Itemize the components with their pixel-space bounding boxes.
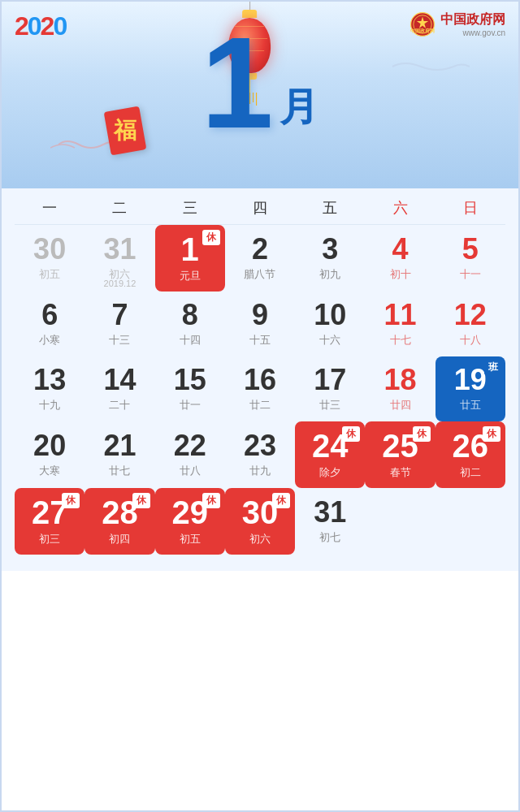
table-row: 13 十九 (15, 356, 84, 421)
table-row: 11 十七 (365, 292, 435, 356)
table-row: 休 30 初六 (225, 488, 295, 555)
table-row: 班 19 廿五 (436, 356, 505, 421)
table-row: 15 廿一 (155, 356, 225, 421)
holiday-badge: 休 (202, 493, 220, 508)
table-row: 3 初九 (295, 225, 365, 292)
table-row: 休 27 初三 (15, 488, 84, 555)
table-row: 31 初六 2019.12 (84, 225, 154, 292)
table-row: 17 廿三 (295, 356, 365, 421)
table-row: 休 29 初五 (155, 488, 225, 555)
table-row: 18 廿四 (365, 356, 435, 421)
fu-tag: 福 (107, 109, 143, 153)
number-1-container: 1 (202, 18, 274, 148)
table-row: 4 初十 (365, 225, 435, 292)
table-row: 31 初七 (295, 488, 365, 555)
day-header-wed: 三 (155, 198, 225, 218)
month-number: 1 (202, 18, 274, 148)
holiday-badge: 休 (202, 230, 220, 245)
table-row: 8 十四 (155, 292, 225, 356)
table-row (365, 488, 435, 555)
holiday-badge: 休 (483, 426, 500, 442)
table-row: 23 廿九 (225, 421, 295, 488)
table-row: 30 初五 (15, 225, 84, 292)
day-headers: 一 二 三 四 五 六 日 (15, 188, 505, 225)
svg-text:中国政府网: 中国政府网 (410, 28, 435, 33)
table-row: 16 廿二 (225, 356, 295, 421)
gov-url: www.gov.cn (440, 28, 505, 37)
holiday-badge: 休 (413, 426, 431, 442)
table-row: 休 25 春节 (365, 421, 435, 488)
table-row: 2 腊八节 (225, 225, 295, 292)
holiday-badge: 休 (342, 426, 360, 442)
table-row: 休 24 除夕 (295, 421, 365, 488)
month-display: 1 月 (202, 18, 319, 148)
calendar-grid: 30 初五 31 初六 2019.12 休 1 元旦 2 腊八节 3 初九 4 … (15, 225, 505, 555)
gov-logo: 中国政府网 中国政府网 www.gov.cn (410, 11, 505, 37)
day-header-tue: 二 (84, 198, 154, 218)
table-row: 21 廿七 (84, 421, 154, 488)
day-header-sat: 六 (365, 198, 435, 218)
table-row: 10 十六 (295, 292, 365, 356)
yue-character: 月 (280, 81, 318, 133)
logo-2020: 2020 (15, 11, 66, 41)
day-header-fri: 五 (295, 198, 365, 218)
holiday-badge: 休 (272, 493, 290, 508)
cloud-right-decoration (388, 58, 470, 78)
table-row: 休 28 初四 (84, 488, 154, 555)
day-header-mon: 一 (15, 198, 84, 218)
table-row: 休 26 初二 (436, 421, 505, 488)
workday-badge: 班 (484, 360, 502, 375)
table-row: 20 大寒 (15, 421, 84, 488)
day-header-thu: 四 (225, 198, 295, 218)
gov-name: 中国政府网 (440, 11, 505, 28)
table-row: 休 1 元旦 (155, 225, 225, 292)
table-row: 9 十五 (225, 292, 295, 356)
emblem-icon: 中国政府网 (410, 11, 436, 37)
day-header-sun: 日 (436, 198, 505, 218)
holiday-badge: 休 (132, 493, 150, 508)
table-row: 6 小寒 (15, 292, 84, 356)
gov-text-block: 中国政府网 www.gov.cn (440, 11, 505, 37)
table-row: 22 廿八 (155, 421, 225, 488)
table-row (436, 488, 505, 555)
holiday-badge: 休 (62, 493, 80, 508)
table-row: 7 十三 (84, 292, 154, 356)
table-row: 12 十八 (436, 292, 505, 356)
calendar: 一 二 三 四 五 六 日 30 初五 31 初六 2019.12 休 1 元旦… (2, 188, 518, 571)
table-row: 5 十一 (436, 225, 505, 292)
header: 2020 中国政府网 中国政府网 www.gov.cn (2, 2, 518, 188)
table-row: 14 二十 (84, 356, 154, 421)
